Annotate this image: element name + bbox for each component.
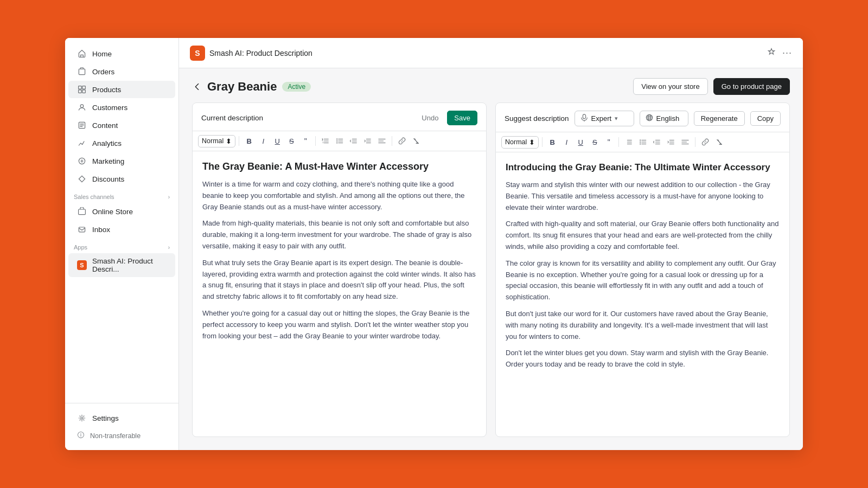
app-logo: S — [190, 46, 205, 61]
suggest-description-panel: Suggest description Expert ▾ English — [495, 102, 790, 437]
svg-rect-4 — [82, 90, 86, 93]
ordered-list-button[interactable]: 1. — [319, 135, 332, 147]
toolbar-divider-2 — [315, 136, 316, 146]
products-icon — [77, 85, 87, 94]
sidebar-item-settings[interactable]: Settings — [68, 409, 175, 427]
bold-button[interactable]: B — [242, 135, 256, 147]
non-transferable-item: Non-transferable — [68, 427, 175, 444]
indent-decrease-button[interactable] — [347, 135, 360, 147]
pin-icon[interactable] — [767, 48, 776, 59]
analytics-icon — [77, 138, 87, 148]
sidebar-item-marketing[interactable]: Marketing — [68, 152, 175, 170]
format-select[interactable]: Normal ⬍ — [198, 135, 235, 147]
top-bar: S Smash AI: Product Description ··· — [179, 38, 803, 68]
sidebar-item-content[interactable]: Content — [68, 117, 175, 134]
tone-control[interactable]: Expert ▾ — [575, 111, 634, 126]
panel-header-actions: Undo Save — [417, 111, 477, 125]
unordered-list-button[interactable] — [333, 135, 346, 147]
panels-row: Current description Undo Save Normal ⬍ B… — [179, 102, 803, 450]
suggest-strikethrough-button[interactable]: S — [588, 136, 601, 149]
suggest-underline-button[interactable]: U — [574, 136, 587, 149]
top-bar-left: S Smash AI: Product Description — [190, 46, 312, 61]
suggest-header: Suggest description Expert ▾ English — [496, 103, 789, 132]
mic-icon — [580, 114, 588, 123]
sales-channels-chevron: › — [168, 194, 170, 200]
language-label: English — [656, 114, 680, 123]
suggest-indent-increase-button[interactable] — [665, 136, 678, 148]
suggest-description-body[interactable]: Introducing the Gray Beanie: The Ultimat… — [496, 152, 789, 436]
sidebar-item-products-label: Products — [92, 86, 121, 94]
regenerate-button[interactable]: Regenerate — [694, 111, 745, 126]
sidebar-item-discounts[interactable]: Discounts — [68, 170, 175, 188]
italic-button[interactable]: I — [257, 135, 270, 147]
align-button[interactable] — [375, 135, 388, 147]
goto-product-button[interactable]: Go to product page — [713, 78, 790, 95]
svg-rect-8 — [79, 209, 86, 215]
info-icon — [77, 431, 85, 440]
sidebar-item-discounts-label: Discounts — [92, 175, 124, 183]
indent-increase-button[interactable] — [361, 135, 374, 147]
sidebar-item-products[interactable]: Products — [68, 81, 175, 98]
customers-icon — [77, 102, 87, 112]
suggest-clear-format-button[interactable] — [713, 136, 726, 148]
sidebar-item-content-label: Content — [92, 121, 118, 130]
format-label: Normal — [202, 137, 224, 145]
sales-channels-section: Sales channels › — [65, 188, 178, 202]
underline-button[interactable]: U — [271, 135, 284, 147]
inbox-icon — [77, 224, 87, 234]
current-description-para-1: Winter is a time for warm and cozy cloth… — [202, 179, 476, 213]
suggest-para-1: Stay warm and stylish this winter with o… — [506, 179, 780, 213]
sidebar-item-home-label: Home — [92, 50, 112, 58]
suggest-ordered-list-button[interactable] — [622, 136, 635, 148]
sidebar-item-inbox[interactable]: Inbox — [68, 221, 175, 238]
globe-icon — [646, 114, 653, 123]
sidebar-item-orders[interactable]: Orders — [68, 63, 175, 80]
settings-icon — [77, 413, 87, 423]
svg-point-22 — [640, 143, 641, 144]
suggest-quote-button[interactable]: " — [602, 136, 615, 149]
suggest-label: Suggest description — [505, 114, 569, 123]
view-store-button[interactable]: View on your store — [633, 78, 707, 95]
sidebar-item-analytics[interactable]: Analytics — [68, 134, 175, 152]
suggest-para-3: The color gray is known for its versatil… — [506, 258, 780, 303]
svg-point-10 — [81, 417, 83, 419]
suggest-format-chevron: ⬍ — [529, 138, 535, 146]
sidebar-item-online-store[interactable]: Online Store — [68, 203, 175, 220]
more-options-icon[interactable]: ··· — [782, 47, 792, 59]
suggest-toolbar-divider-3 — [695, 137, 695, 147]
suggest-unordered-list-button[interactable] — [636, 136, 649, 148]
current-description-body[interactable]: The Gray Beanie: A Must-Have Winter Acce… — [193, 151, 486, 436]
clear-format-button[interactable] — [410, 135, 423, 147]
page-title: Gray Beanie — [207, 80, 277, 94]
current-description-header: Current description Undo Save — [193, 103, 486, 131]
sidebar-item-customers[interactable]: Customers — [68, 99, 175, 116]
svg-point-14 — [336, 138, 337, 139]
link-button[interactable] — [395, 135, 409, 147]
sidebar-item-customers-label: Customers — [92, 104, 127, 112]
suggest-format-select[interactable]: Normal ⬍ — [501, 136, 539, 149]
tone-label: Expert — [591, 114, 612, 123]
save-button[interactable]: Save — [447, 111, 477, 125]
sidebar-item-home[interactable]: Home — [68, 45, 175, 62]
toolbar-divider-1 — [239, 136, 239, 146]
svg-text:1.: 1. — [322, 141, 324, 144]
language-control[interactable]: English — [640, 111, 688, 126]
quote-button[interactable]: " — [299, 134, 312, 147]
sidebar-item-marketing-label: Marketing — [92, 157, 124, 165]
strikethrough-button[interactable]: S — [285, 135, 298, 147]
suggest-toolbar-divider-1 — [542, 137, 542, 147]
current-description-para-3: But what truly sets the Gray Beanie apar… — [202, 258, 476, 303]
suggest-para-4: But don't just take our word for it. Our… — [506, 309, 780, 342]
back-button[interactable] — [192, 82, 202, 92]
suggest-link-button[interactable] — [699, 136, 712, 148]
suggest-para-5: Don't let the winter blues get you down.… — [506, 348, 780, 370]
sidebar-item-inbox-label: Inbox — [92, 226, 110, 234]
suggest-align-button[interactable] — [679, 136, 692, 148]
suggest-bold-button[interactable]: B — [546, 136, 559, 149]
page-header-left: Gray Beanie Active — [192, 80, 311, 94]
suggest-italic-button[interactable]: I — [560, 136, 573, 149]
copy-button[interactable]: Copy — [750, 111, 781, 126]
undo-button[interactable]: Undo — [417, 111, 443, 125]
suggest-indent-decrease-button[interactable] — [650, 136, 663, 148]
sidebar-item-smash-ai[interactable]: S Smash AI: Product Descri... — [68, 253, 175, 277]
